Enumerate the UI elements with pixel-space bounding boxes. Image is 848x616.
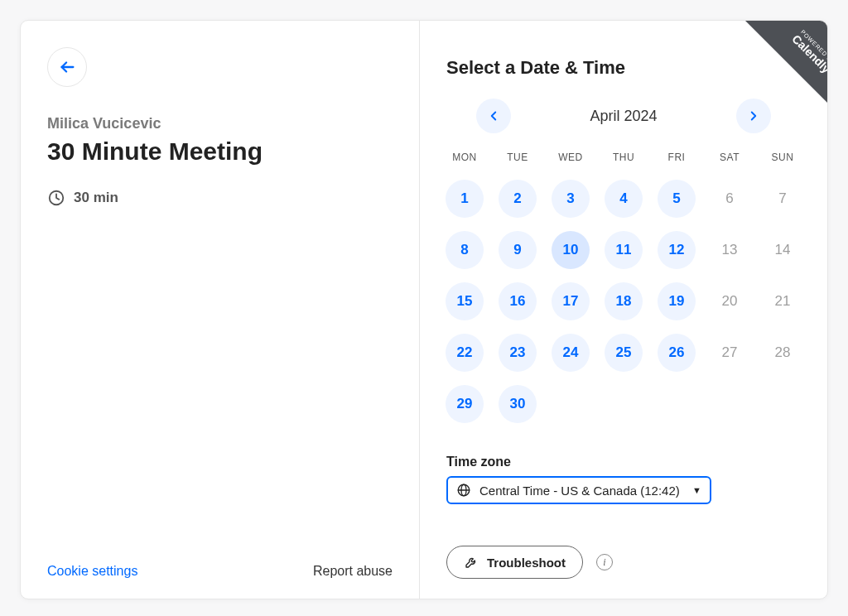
next-month-button[interactable] <box>736 99 771 133</box>
day-cell: 9 <box>493 226 542 274</box>
calendar-day-unavailable: 6 <box>711 180 749 218</box>
day-of-week-header: TUE <box>493 147 542 171</box>
day-of-week-header: SAT <box>705 147 754 171</box>
day-of-week-header: FRI <box>652 147 701 171</box>
day-cell: 27 <box>705 329 754 377</box>
month-navigation: April 2024 <box>440 99 807 133</box>
day-cell: 20 <box>705 277 754 325</box>
troubleshoot-label: Troubleshoot <box>487 556 566 570</box>
day-cell: 11 <box>599 226 648 274</box>
day-cell: 2 <box>493 175 542 223</box>
calendar-day-available[interactable]: 29 <box>446 385 484 423</box>
calendar-day-available[interactable]: 11 <box>605 231 643 269</box>
calendar-day-available[interactable]: 3 <box>552 180 590 218</box>
day-cell: 28 <box>758 329 807 377</box>
day-of-week-header: THU <box>599 147 648 171</box>
calendar-day-available[interactable]: 23 <box>499 334 537 372</box>
calendar-day-available[interactable]: 2 <box>499 180 537 218</box>
calendar-day-available[interactable]: 16 <box>499 282 537 320</box>
day-cell <box>758 380 807 428</box>
day-cell: 7 <box>758 175 807 223</box>
calendar-day-available[interactable]: 10 <box>552 231 590 269</box>
calendar-day-available[interactable]: 1 <box>446 180 484 218</box>
day-cell <box>546 380 595 428</box>
day-cell: 30 <box>493 380 542 428</box>
back-button[interactable] <box>47 47 87 87</box>
day-cell: 29 <box>440 380 489 428</box>
calendar-day-available[interactable]: 30 <box>499 385 537 423</box>
day-of-week-header: SUN <box>758 147 807 171</box>
chevron-right-icon <box>746 108 761 123</box>
month-label: April 2024 <box>574 108 673 125</box>
calendar-day-available[interactable]: 26 <box>658 334 696 372</box>
chevron-left-icon <box>486 108 501 123</box>
day-cell: 16 <box>493 277 542 325</box>
day-cell: 8 <box>440 226 489 274</box>
host-name: Milica Vucicevic <box>47 115 393 132</box>
day-cell: 5 <box>652 175 701 223</box>
calendar-day-unavailable: 28 <box>764 334 802 372</box>
date-time-pane: Select a Date & Time April 2024 MONTUEWE… <box>420 21 827 599</box>
day-cell: 24 <box>546 329 595 377</box>
day-cell: 3 <box>546 175 595 223</box>
right-footer: Troubleshoot i <box>446 546 807 579</box>
left-footer: Cookie settings Report abuse <box>47 564 393 579</box>
day-cell <box>705 380 754 428</box>
calendar-day-unavailable: 14 <box>764 231 802 269</box>
day-cell: 1 <box>440 175 489 223</box>
event-title: 30 Minute Meeting <box>47 137 393 166</box>
report-abuse-link[interactable]: Report abuse <box>313 564 393 579</box>
prev-month-button[interactable] <box>476 99 511 133</box>
caret-down-icon: ▼ <box>692 485 701 495</box>
calendar-day-unavailable: 20 <box>711 282 749 320</box>
day-cell <box>652 380 701 428</box>
timezone-label: Time zone <box>446 455 807 469</box>
day-cell: 4 <box>599 175 648 223</box>
day-cell: 18 <box>599 277 648 325</box>
day-cell: 10 <box>546 226 595 274</box>
booking-card: POWERED BY Calendly Milica Vucicevic 30 … <box>20 20 828 599</box>
clock-icon <box>47 189 65 207</box>
day-cell: 17 <box>546 277 595 325</box>
day-cell: 6 <box>705 175 754 223</box>
calendar-day-available[interactable]: 9 <box>499 231 537 269</box>
event-details-pane: Milica Vucicevic 30 Minute Meeting 30 mi… <box>21 21 420 599</box>
calendar-day-available[interactable]: 17 <box>552 282 590 320</box>
calendar-day-available[interactable]: 5 <box>658 180 696 218</box>
timezone-value: Central Time - US & Canada (12:42) <box>479 484 680 498</box>
arrow-left-icon <box>58 58 76 76</box>
select-date-heading: Select a Date & Time <box>446 57 807 79</box>
day-cell: 22 <box>440 329 489 377</box>
calendar-day-available[interactable]: 15 <box>446 282 484 320</box>
day-of-week-header: MON <box>440 147 489 171</box>
day-of-week-header: WED <box>546 147 595 171</box>
calendar-day-available[interactable]: 4 <box>605 180 643 218</box>
calendar-day-available[interactable]: 19 <box>658 282 696 320</box>
calendar-day-unavailable: 27 <box>711 334 749 372</box>
calendar-grid: MONTUEWEDTHUFRISATSUN1234567891011121314… <box>440 147 807 428</box>
calendar-day-available[interactable]: 18 <box>605 282 643 320</box>
calendar-day-unavailable: 7 <box>764 180 802 218</box>
globe-icon <box>456 483 471 498</box>
duration-row: 30 min <box>47 189 393 207</box>
cookie-settings-link[interactable]: Cookie settings <box>47 564 137 579</box>
troubleshoot-button[interactable]: Troubleshoot <box>446 546 583 579</box>
wrench-icon <box>464 555 479 570</box>
calendar-day-available[interactable]: 8 <box>446 231 484 269</box>
calendar-day-available[interactable]: 24 <box>552 334 590 372</box>
day-cell: 14 <box>758 226 807 274</box>
calendar-day-unavailable: 13 <box>711 231 749 269</box>
calendar-day-available[interactable]: 25 <box>605 334 643 372</box>
day-cell: 12 <box>652 226 701 274</box>
calendar-day-available[interactable]: 12 <box>658 231 696 269</box>
calendar-day-available[interactable]: 22 <box>446 334 484 372</box>
calendar-day-unavailable: 21 <box>764 282 802 320</box>
day-cell: 21 <box>758 277 807 325</box>
day-cell: 23 <box>493 329 542 377</box>
day-cell: 13 <box>705 226 754 274</box>
timezone-select[interactable]: Central Time - US & Canada (12:42) ▼ <box>446 476 711 504</box>
day-cell: 19 <box>652 277 701 325</box>
day-cell: 26 <box>652 329 701 377</box>
day-cell: 15 <box>440 277 489 325</box>
info-icon[interactable]: i <box>596 554 613 570</box>
